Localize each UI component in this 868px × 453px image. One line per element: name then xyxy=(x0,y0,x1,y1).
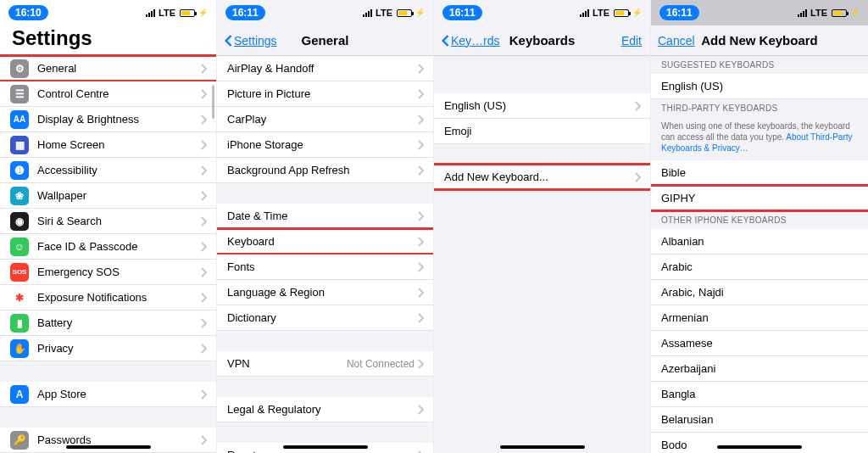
faceid-icon: ☺ xyxy=(10,238,29,256)
list-row[interactable]: Fonts xyxy=(217,254,433,280)
row-label: Dictionary xyxy=(227,311,418,324)
list-row[interactable]: CarPlay xyxy=(217,107,433,132)
chevron-right-icon xyxy=(201,89,208,99)
row-label: Control Centre xyxy=(37,87,201,100)
row-label: GIPHY xyxy=(661,192,860,204)
list-row[interactable]: Belarusian xyxy=(651,407,868,433)
chevron-right-icon xyxy=(201,318,208,328)
list-row[interactable]: VPN Not Connected xyxy=(217,351,433,377)
gear-icon: ⚙ xyxy=(10,59,29,78)
list-row[interactable]: Keyboard xyxy=(217,229,433,254)
chevron-right-icon xyxy=(418,450,425,454)
list-group: 🔑 Passwords xyxy=(0,428,216,453)
page-title: Settings xyxy=(0,25,216,51)
exposure-icon: ✱ xyxy=(10,288,29,307)
row-label: Belarusian xyxy=(661,413,860,426)
row-label: General xyxy=(37,62,201,75)
section-separator xyxy=(217,422,433,443)
row-label: Battery xyxy=(37,316,201,329)
list-row[interactable]: Bible xyxy=(651,160,868,186)
edit-button[interactable]: Edit xyxy=(621,34,642,48)
list-row[interactable]: Azerbaijani xyxy=(651,356,868,382)
list-row[interactable]: ➊ Accessibility xyxy=(0,158,216,183)
status-time: 16:11 xyxy=(225,5,265,20)
row-label: Assamese xyxy=(661,337,860,350)
phone-screen-1: 16:10 LTE ⚡ Settings ⚙ General ☰ Control… xyxy=(0,0,217,453)
list-row[interactable]: Language & Region xyxy=(217,280,433,305)
list-group: ⚙ General ☰ Control Centre AA Display & … xyxy=(0,56,216,361)
list-row[interactable]: Add New Keyboard... xyxy=(434,165,650,190)
battery-icon xyxy=(180,9,195,17)
list-row[interactable]: Date & Time xyxy=(217,204,433,229)
row-label: Azerbaijani xyxy=(661,362,860,375)
row-label: Accessibility xyxy=(37,164,201,176)
appstore-icon: A xyxy=(10,385,29,404)
charging-icon: ⚡ xyxy=(415,8,425,17)
section-separator xyxy=(0,361,216,382)
list-row[interactable]: Background App Refresh xyxy=(217,158,433,183)
section-note: When using one of these keyboards, the k… xyxy=(651,117,868,160)
sliders-icon: ☰ xyxy=(10,85,29,103)
nav-bar: Key…rdsKeyboardsEdit xyxy=(434,25,650,56)
chevron-right-icon xyxy=(201,165,208,176)
row-label: AirPlay & Handoff xyxy=(227,62,418,75)
chevron-right-icon xyxy=(418,211,425,221)
chevron-right-icon xyxy=(201,389,208,400)
section-separator xyxy=(434,144,650,165)
home-indicator xyxy=(717,445,802,449)
chevron-right-icon xyxy=(418,64,425,74)
list-row[interactable]: Armenian xyxy=(651,305,868,331)
list-row[interactable]: Legal & Regulatory xyxy=(217,397,433,422)
list-row[interactable]: Bangla xyxy=(651,382,868,407)
content-area: ⚙ General ☰ Control Centre AA Display & … xyxy=(0,51,216,453)
row-label: Home Screen xyxy=(37,138,201,151)
home-indicator xyxy=(66,445,151,449)
list-row[interactable]: ❀ Wallpaper xyxy=(0,183,216,209)
list-row[interactable]: AA Display & Brightness xyxy=(0,107,216,132)
list-row[interactable]: ▦ Home Screen xyxy=(0,132,216,158)
list-row[interactable]: ☰ Control Centre xyxy=(0,81,216,107)
list-row[interactable]: Albanian xyxy=(651,229,868,254)
back-button[interactable]: Settings xyxy=(224,34,277,48)
chevron-left-icon xyxy=(224,35,232,47)
list-row[interactable]: ⚙ General xyxy=(0,56,216,81)
row-label: Privacy xyxy=(37,342,201,355)
list-row[interactable]: ✱ Exposure Notifications xyxy=(0,285,216,310)
back-button[interactable]: Key…rds xyxy=(441,34,500,48)
section-separator xyxy=(217,331,433,351)
list-row[interactable]: iPhone Storage xyxy=(217,132,433,158)
row-label: App Store xyxy=(37,388,201,400)
list-row[interactable]: A App Store xyxy=(0,382,216,407)
list-row[interactable]: Assamese xyxy=(651,331,868,356)
list-row[interactable]: Picture in Picture xyxy=(217,81,433,107)
list-row[interactable]: Arabic xyxy=(651,254,868,280)
row-label: Background App Refresh xyxy=(227,164,418,176)
page-title: General xyxy=(302,33,349,48)
cancel-button[interactable]: Cancel xyxy=(658,34,695,48)
charging-icon: ⚡ xyxy=(632,8,642,17)
privacy-link[interactable]: About Third-Party Keyboards & Privacy… xyxy=(661,132,853,153)
chevron-right-icon xyxy=(635,172,642,182)
row-label: Armenian xyxy=(661,311,860,324)
list-row[interactable]: AirPlay & Handoff xyxy=(217,56,433,81)
list-row[interactable]: ✋ Privacy xyxy=(0,336,216,361)
list-row[interactable]: 🔑 Passwords xyxy=(0,428,216,453)
signal-icon xyxy=(363,8,372,17)
list-row[interactable]: ◉ Siri & Search xyxy=(0,209,216,234)
list-row[interactable]: Emoji xyxy=(434,119,650,144)
list-row[interactable]: Dictionary xyxy=(217,305,433,331)
list-row[interactable]: ▮ Battery xyxy=(0,310,216,336)
list-row[interactable]: ☺ Face ID & Passcode xyxy=(0,234,216,260)
list-row[interactable]: GIPHY xyxy=(651,186,868,211)
chevron-right-icon xyxy=(418,237,425,247)
list-row[interactable]: Bodo xyxy=(651,433,868,453)
row-label: iPhone Storage xyxy=(227,138,418,151)
list-row[interactable]: English (US) xyxy=(434,93,650,119)
chevron-left-icon xyxy=(441,35,449,47)
list-row[interactable]: Arabic, Najdi xyxy=(651,280,868,305)
chevron-right-icon xyxy=(201,64,208,74)
home-indicator xyxy=(283,445,368,449)
list-row[interactable]: English (US) xyxy=(651,74,868,99)
list-row[interactable]: SOS Emergency SOS xyxy=(0,260,216,285)
signal-icon xyxy=(146,8,155,17)
